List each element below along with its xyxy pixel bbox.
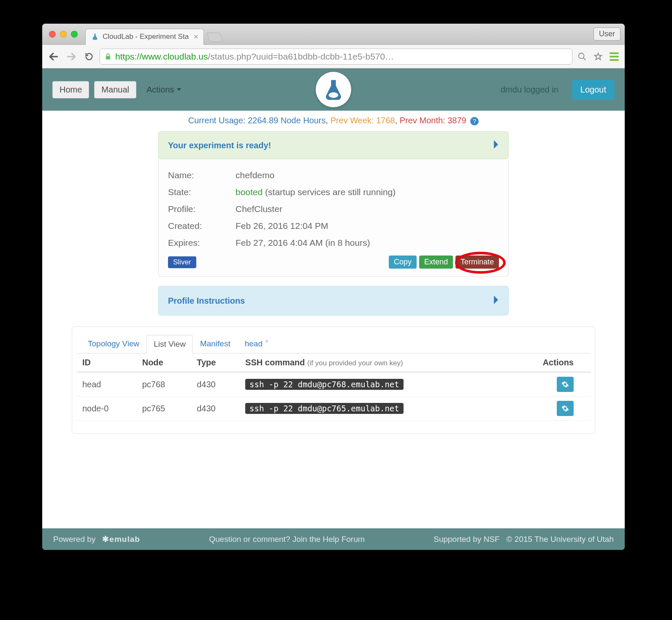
name-value: chefdemo [236,170,274,180]
ready-text: Your experiment is ready! [168,141,271,150]
url-input[interactable]: https ://www.cloudlab.us /status.php?uui… [100,49,572,65]
usage-help-icon[interactable]: ? [470,117,479,125]
prev-week-value: 1768 [376,116,395,125]
usage-summary: Current Usage: 2264.89 Node Hours, Prev … [72,116,595,125]
bookmark-star-icon[interactable] [592,50,604,63]
nodes-panel: Topology View List View Manifest head × … [72,326,595,434]
tab-manifest[interactable]: Manifest [193,334,238,353]
col-actions: Actions [506,354,591,372]
prev-month-value: 3879 [447,116,466,125]
window-close-button[interactable] [49,31,56,38]
row-actions-button[interactable] [557,401,574,416]
name-label: Name: [168,170,236,180]
svg-line-2 [583,57,586,60]
instructions-text: Profile Instructions [168,296,245,306]
tab-head[interactable]: head × [238,334,276,353]
expires-label: Expires: [168,238,236,248]
page-body: Home Manual Actions dmdu logged in Logou… [42,68,625,550]
table-row: node-0 pc765 d430 ssh -p 22 dmdu@pc765.e… [76,397,591,421]
chrome-address-bar: https ://www.cloudlab.us /status.php?uui… [42,45,625,68]
manual-button[interactable]: Manual [94,81,136,98]
flask-icon [91,33,99,41]
sliver-badge[interactable]: Sliver [168,256,196,268]
url-path: /status.php?uuid=ba61bdbb-dcbb-11e5-b570… [208,52,394,62]
terminate-button[interactable]: Terminate [455,256,499,269]
nodes-table: ID Node Type SSH command (if you provide… [76,354,591,421]
prev-week-label: Prev Week: [331,116,374,125]
logout-button[interactable]: Logout [572,80,615,100]
content-area: Current Usage: 2264.89 Node Hours, Prev … [42,111,625,528]
chevron-right-icon [493,295,499,307]
state-value: booted [236,187,263,197]
reload-button[interactable] [82,49,96,64]
extend-button[interactable]: Extend [419,256,453,269]
traffic-lights [49,31,78,38]
col-ssh-label: SSH command [245,358,305,367]
browser-tab[interactable]: CloudLab - Experiment Sta × [85,29,204,45]
cell-node: pc768 [136,372,191,397]
emulab-link[interactable]: ✱emulab [102,534,140,544]
table-row: head pc768 d430 ssh -p 22 dmdu@pc768.emu… [76,372,591,397]
svg-point-3 [329,92,339,98]
page-footer: Powered by ✱emulab Question or comment? … [42,528,625,550]
chrome-menu-button[interactable] [608,51,621,63]
created-value: Feb 26, 2016 12:04 PM [236,221,328,231]
chrome-user-badge[interactable]: User [593,27,621,41]
help-forum-link[interactable]: Question or comment? Join the Help Forum [209,535,365,544]
nsf-link[interactable]: Supported by NSF [434,535,499,544]
caret-down-icon [177,88,181,91]
svg-point-1 [579,53,584,58]
tab-close-icon[interactable]: × [265,338,268,345]
cell-type: d430 [191,372,239,397]
copyright-text: © 2015 The University of Utah [507,535,614,544]
url-protocol: https [115,52,135,62]
top-nav: Home Manual Actions dmdu logged in Logou… [42,68,625,111]
window-minimize-button[interactable] [60,31,67,38]
current-usage-value: 2264.89 Node Hours [248,116,326,125]
url-host: ://www.cloudlab.us [135,52,208,62]
tab-topology[interactable]: Topology View [81,334,146,353]
tab-head-label: head [245,339,263,348]
col-ssh-sub: (if you provided your own key) [307,359,403,367]
actions-label: Actions [146,85,174,95]
expires-value: Feb 27, 2016 4:04 AM (in 8 hours) [236,238,370,248]
lock-icon [104,53,112,60]
current-usage-label: Current Usage: [188,116,246,125]
cell-node: pc765 [136,397,191,421]
cell-ssh[interactable]: ssh -p 22 dmdu@pc768.emulab.net [245,379,404,390]
forward-button[interactable] [64,49,79,64]
cell-ssh[interactable]: ssh -p 22 dmdu@pc765.emulab.net [245,403,404,414]
state-label: State: [168,187,236,197]
home-button[interactable]: Home [52,81,89,98]
chrome-tab-bar: CloudLab - Experiment Sta × User [42,24,625,45]
tab-list[interactable]: List View [146,335,193,354]
prev-month-label: Prev Month: [400,116,445,125]
col-node: Node [136,354,191,372]
state-note: (startup services are still running) [265,187,396,197]
col-type: Type [191,354,239,372]
gear-icon [561,405,569,412]
col-id: ID [76,354,136,372]
gear-icon [561,381,569,388]
new-tab-button[interactable] [206,33,223,42]
cell-type: d430 [191,397,239,421]
actions-dropdown[interactable]: Actions [141,82,186,98]
profile-instructions-panel[interactable]: Profile Instructions [158,286,509,315]
search-icon[interactable] [576,50,588,63]
created-label: Created: [168,221,236,231]
cell-id: node-0 [76,397,136,421]
cloudlab-logo[interactable] [316,72,351,107]
col-ssh: SSH command (if you provided your own ke… [239,354,506,372]
tab-close-button[interactable]: × [194,33,198,41]
chevron-right-icon [493,139,499,151]
profile-link[interactable]: ChefCluster [236,204,282,214]
login-status: dmdu logged in [501,85,558,95]
window-maximize-button[interactable] [71,31,78,38]
copy-button[interactable]: Copy [389,256,417,269]
profile-label: Profile: [168,204,236,214]
experiment-ready-panel[interactable]: Your experiment is ready! [158,131,509,159]
back-button[interactable] [46,49,61,64]
row-actions-button[interactable] [557,377,574,392]
svg-rect-0 [106,56,111,59]
experiment-info-panel: Name: chefdemo State: booted (startup se… [158,159,509,277]
